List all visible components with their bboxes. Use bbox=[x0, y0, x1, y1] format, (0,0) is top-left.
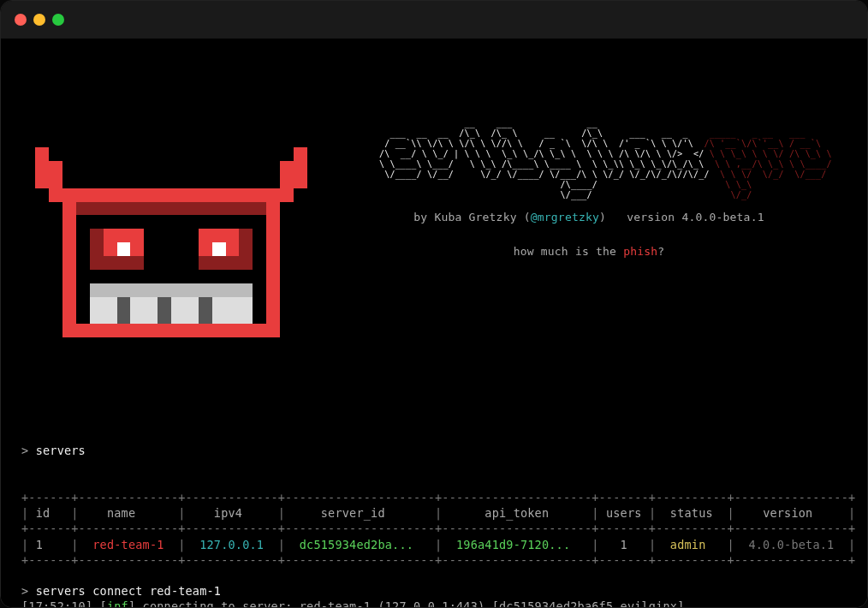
svg-rect-10 bbox=[62, 202, 76, 325]
log-msg: connecting to server: bbox=[143, 599, 300, 607]
terminal-window: __ ___ __ ___ __ __ /\_\ /\_ \ __ /\_\ _… bbox=[0, 0, 868, 608]
svg-rect-4 bbox=[280, 161, 307, 175]
svg-rect-1 bbox=[35, 147, 49, 161]
tagline-prefix: how much is the bbox=[514, 245, 623, 258]
svg-rect-3 bbox=[35, 161, 62, 175]
svg-rect-26 bbox=[90, 283, 253, 297]
minimize-icon[interactable] bbox=[33, 14, 45, 26]
svg-rect-17 bbox=[117, 242, 131, 256]
titlebar bbox=[1, 1, 867, 39]
col-name: name bbox=[107, 506, 135, 520]
col-users: users bbox=[606, 506, 642, 520]
prompt-marker: > bbox=[21, 444, 28, 457]
byline-suffix: ) version bbox=[599, 211, 681, 224]
banner-row: __ ___ __ ___ __ __ /\_\ /\_ \ __ /\_\ _… bbox=[21, 101, 847, 396]
terminal-body[interactable]: __ ___ __ ___ __ __ /\_\ /\_ \ __ /\_\ _… bbox=[1, 39, 867, 607]
svg-rect-2 bbox=[294, 147, 307, 161]
tagline-suffix: ? bbox=[657, 245, 664, 258]
log-ts: [17:52:10] bbox=[21, 599, 92, 607]
cell-name: red-team-1 bbox=[92, 538, 163, 551]
maximize-icon[interactable] bbox=[52, 14, 64, 26]
cell-ipv4: 127.0.0.1 bbox=[199, 538, 264, 551]
svg-rect-6 bbox=[280, 175, 307, 188]
tagline-word: phish bbox=[623, 245, 657, 258]
svg-rect-12 bbox=[76, 202, 266, 216]
log-extra: [dc515934ed2ba6f5.evilginx] bbox=[485, 599, 684, 607]
byline-handle: @mrgretzky bbox=[531, 211, 599, 224]
cell-users: 1 bbox=[621, 538, 627, 551]
col-serverid: server_id bbox=[321, 506, 385, 520]
prompt-cmd: servers bbox=[36, 444, 86, 457]
cell-serverid: dc515934ed2ba... bbox=[300, 538, 413, 551]
col-status: status bbox=[670, 506, 713, 520]
svg-rect-7 bbox=[49, 188, 76, 202]
servers-table-border: +------+--------------+-------------+---… bbox=[21, 491, 855, 504]
svg-rect-9 bbox=[76, 188, 266, 202]
prompt-marker: > bbox=[21, 584, 28, 598]
byline-prefix: by Kuba Gretzky ( bbox=[413, 211, 530, 224]
prompt-cmd: servers connect red-team-1 bbox=[36, 584, 222, 598]
svg-rect-20 bbox=[212, 242, 226, 256]
svg-rect-5 bbox=[35, 175, 62, 188]
svg-rect-11 bbox=[266, 202, 280, 325]
log-lvl: inf bbox=[107, 599, 128, 607]
log-target: red-team-1 (127.0.0.1:443) bbox=[300, 599, 485, 607]
col-id: id bbox=[36, 506, 51, 520]
prompt-servers: > servers bbox=[21, 443, 847, 458]
banner-text: __ ___ __ ___ __ __ /\_\ /\_ \ __ /\_\ _… bbox=[331, 101, 847, 279]
col-version: version bbox=[763, 506, 812, 520]
skull-logo-icon bbox=[21, 101, 321, 396]
col-apitoken: api_token bbox=[485, 506, 549, 520]
cell-apitoken: 196a41d9-7120... bbox=[456, 538, 570, 551]
svg-rect-13 bbox=[62, 325, 280, 338]
cell-status: admin bbox=[670, 538, 706, 551]
close-icon[interactable] bbox=[15, 14, 27, 26]
byline-version: 4.0.0-beta.1 bbox=[681, 211, 764, 224]
cell-id: 1 bbox=[36, 538, 43, 551]
cell-version: 4.0.0-beta.1 bbox=[748, 538, 834, 551]
svg-rect-8 bbox=[266, 188, 294, 202]
col-ipv4: ipv4 bbox=[214, 506, 242, 520]
